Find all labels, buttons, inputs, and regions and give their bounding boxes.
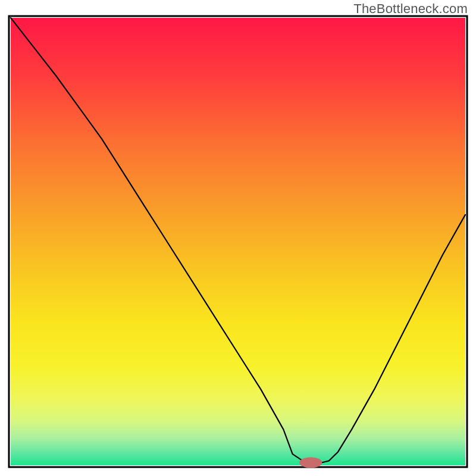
optimal-point-marker [299,457,322,468]
watermark-text: TheBottleneck.com [353,1,468,17]
chart-background [11,18,465,465]
bottleneck-chart [0,0,476,476]
